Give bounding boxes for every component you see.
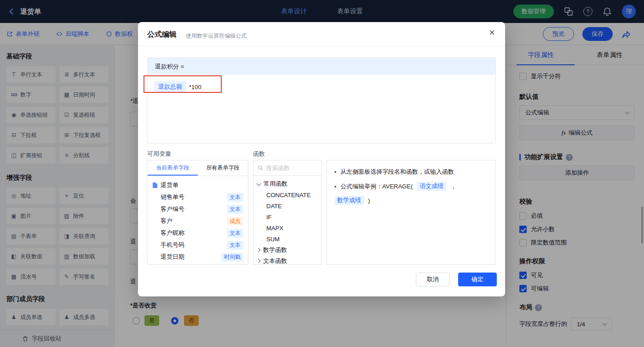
close-icon[interactable]: × <box>489 28 495 38</box>
modal-title: 公式编辑 <box>147 30 177 40</box>
modal-subtitle: 使用数学运算符编辑公式 <box>186 32 247 40</box>
formula-target: 退款积分 = <box>148 58 495 75</box>
function-group-text[interactable]: 文本函数 <box>257 256 318 265</box>
tab-current-form-fields[interactable]: 当前表单字段 <box>148 160 198 176</box>
help-example-prefix: 公式编辑举例：AVERAGE( <box>340 182 413 192</box>
type-badge: 文本 <box>227 229 243 238</box>
modal-divider <box>138 46 505 46</box>
function-item[interactable]: MAPX <box>257 222 318 233</box>
formula-help-panel: 从左侧面板选择字段名和函数，或输入函数 公式编辑举例：AVERAGE( 语文成绩… <box>327 160 496 265</box>
example-field-tag: 数学成绩 <box>334 196 364 205</box>
field-reference-tag[interactable]: 退款总额 <box>154 81 186 93</box>
help-example-suffix: ) <box>368 196 370 206</box>
type-badge: 文本 <box>227 205 243 214</box>
variable-row[interactable]: 客户昵称文本 <box>152 227 243 239</box>
function-item[interactable]: IF <box>257 211 318 222</box>
tab-all-form-fields[interactable]: 所有表单字段 <box>198 160 248 176</box>
variables-label: 可用变量 <box>147 150 171 158</box>
function-item[interactable]: SUM <box>257 233 318 245</box>
example-field-tag: 语文成绩 <box>417 182 446 191</box>
function-search[interactable] <box>253 160 322 176</box>
variable-row[interactable]: 手机号码文本 <box>152 239 243 251</box>
search-icon <box>258 165 263 171</box>
form-node[interactable]: 退货单 <box>152 179 243 191</box>
chevron-down-icon <box>257 181 261 186</box>
function-group-common[interactable]: 常用函数 <box>257 178 318 189</box>
document-icon <box>152 182 158 188</box>
function-item[interactable]: DATE <box>257 200 318 211</box>
function-item[interactable]: CONCATENATE <box>257 189 318 200</box>
formula-input-area[interactable]: 退款总额 *100 <box>148 75 495 99</box>
formula-editor: 退款积分 = 退款总额 *100 <box>147 57 496 143</box>
chevron-right-icon <box>257 248 260 252</box>
confirm-button[interactable]: 确定 <box>458 273 497 286</box>
chevron-right-icon <box>257 259 260 263</box>
variable-row[interactable]: 退货日期时间戳 <box>152 251 243 263</box>
type-badge: 时间戳 <box>221 253 243 262</box>
help-separator: ， <box>450 182 456 192</box>
variable-row[interactable]: 客户编号文本 <box>152 203 243 215</box>
variable-row[interactable]: 销售单号文本 <box>152 191 243 203</box>
app: 退货单 表单设计 表单设置 数据管理 ? 理 表单外链 后 <box>0 0 644 347</box>
function-search-input[interactable] <box>266 165 317 171</box>
functions-panel: 常用函数 CONCATENATE DATE IF MAPX SUM 数学函数 文… <box>253 160 322 265</box>
function-group-math[interactable]: 数学函数 <box>257 245 318 256</box>
cancel-button[interactable]: 取消 <box>416 273 450 286</box>
type-badge: 成员 <box>227 217 243 226</box>
variables-panel: 当前表单字段 所有表单字段 退货单 销售单号文本 客户编号文本 客户成员 客户昵… <box>147 160 248 265</box>
type-badge: 文本 <box>227 241 243 250</box>
type-badge: 文本 <box>227 193 243 202</box>
help-line-1: 从左侧面板选择字段名和函数，或输入函数 <box>340 167 454 177</box>
formula-expression: *100 <box>189 84 201 91</box>
bullet <box>334 171 336 173</box>
functions-label: 函数 <box>253 150 265 158</box>
variable-row[interactable]: 客户成员 <box>152 215 243 227</box>
formula-edit-modal: 公式编辑 使用数学运算符编辑公式 × 退款积分 = 退款总额 *100 可用变量… <box>138 22 505 296</box>
bullet <box>334 186 336 188</box>
